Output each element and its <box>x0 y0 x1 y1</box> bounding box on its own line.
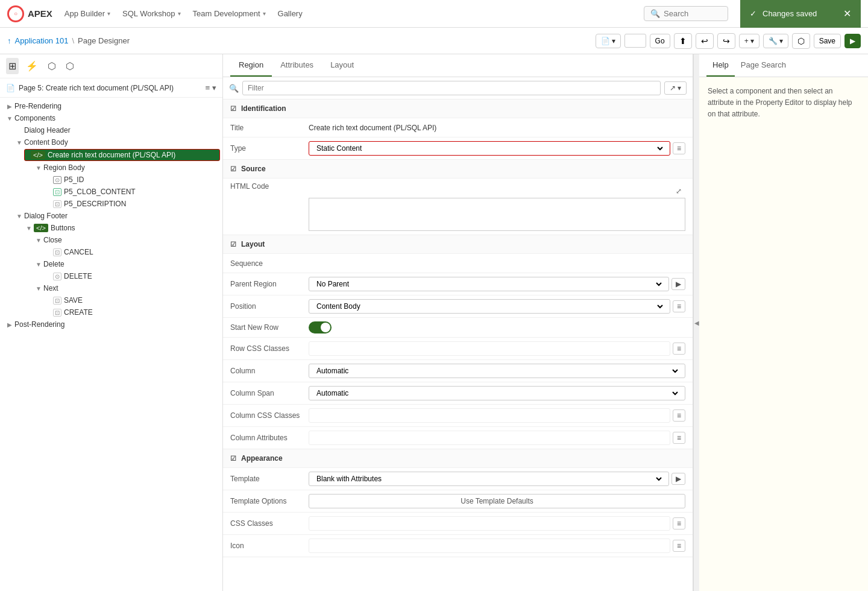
nav-sql-workshop[interactable]: SQL Workshop ▾ <box>122 9 180 18</box>
prop-start-new-row-row: Start New Row <box>223 317 693 337</box>
delete-btn-label: DELETE <box>64 272 92 280</box>
code-tag: </> <box>31 151 45 159</box>
position-list-btn[interactable]: ≡ <box>673 300 685 312</box>
nav-team-dev[interactable]: Team Development ▾ <box>193 9 266 18</box>
tree-item-dialog-footer[interactable]: ▼ Dialog Footer <box>0 210 222 222</box>
wrench-btn[interactable]: 🔧 ▾ <box>763 34 788 48</box>
tree-item-post-rendering[interactable]: ▶ Post-Rendering <box>0 318 222 330</box>
tree-item-delete-btn[interactable]: ⊙ DELETE <box>0 270 222 282</box>
tree-item-region-body[interactable]: ▼ Region Body <box>0 162 222 174</box>
sequence-input[interactable]: 10 <box>309 259 345 268</box>
tab-page-search[interactable]: Page Search <box>735 54 792 77</box>
filter-search-icon: 🔍 <box>229 84 239 93</box>
prop-template-select[interactable]: Blank with Attributes <box>309 472 669 486</box>
collapse-handle[interactable]: ◀ <box>693 54 699 591</box>
css-classes-list-btn[interactable]: ≡ <box>673 517 685 529</box>
add-btn[interactable]: + ▾ <box>739 34 760 48</box>
nav-gallery[interactable]: Gallery <box>278 9 303 18</box>
grid-view-icon[interactable]: ⊞ <box>6 58 19 74</box>
tree-item-buttons[interactable]: ▼ </> Buttons <box>0 222 222 234</box>
column-attrs-list-btn[interactable]: ≡ <box>673 432 685 444</box>
right-help-content: Select a component and then select an at… <box>699 77 868 591</box>
search-input[interactable] <box>664 9 722 18</box>
hamburger-btn[interactable]: ≡ ▾ <box>206 83 216 92</box>
flash-icon[interactable]: ⚡ <box>24 58 40 74</box>
prop-column-span-select[interactable]: Automatic <box>309 386 685 400</box>
prop-column-css-label: Column CSS Classes <box>230 411 309 420</box>
template-dropdown[interactable]: Blank with Attributes <box>314 474 664 484</box>
nav-app-builder[interactable]: App Builder ▾ <box>64 9 110 18</box>
search-box[interactable]: 🔍 <box>644 6 728 21</box>
html-code-textarea[interactable] <box>309 198 685 231</box>
changes-saved-close[interactable]: ✕ <box>843 8 851 19</box>
html-code-expand-btn[interactable]: ⤢ <box>672 185 685 198</box>
tree-item-content-body[interactable]: ▼ Content Body <box>0 136 222 148</box>
prop-column-attrs-row: Column Attributes ≡ <box>223 426 693 449</box>
template-options-btn[interactable]: Use Template Defaults <box>309 494 685 508</box>
new-page-btn[interactable]: 📄 ▾ <box>596 34 621 48</box>
row-css-list-btn[interactable]: ≡ <box>673 343 685 355</box>
prop-icon-row: Icon ≡ <box>223 534 693 557</box>
tree-item-dialog-header[interactable]: Dialog Header <box>0 124 222 136</box>
tab-attributes[interactable]: Attributes <box>272 54 322 77</box>
type-list-btn[interactable]: ≡ <box>673 142 685 154</box>
tree-item-save[interactable]: ⊡ SAVE <box>0 294 222 306</box>
prop-icon-label: Icon <box>230 542 309 550</box>
layout-title: Layout <box>241 240 265 248</box>
post-rendering-label: Post-Rendering <box>14 320 64 329</box>
tree-item-p5-id[interactable]: ⊙ P5_ID <box>0 174 222 186</box>
start-new-row-toggle[interactable] <box>309 321 332 333</box>
tree-item-create-rich[interactable]: </> Create rich text document (PL/SQL AP… <box>24 149 220 161</box>
tree-item-delete-grp[interactable]: ▼ Delete <box>0 258 222 270</box>
filter-input[interactable] <box>242 81 661 95</box>
position-dropdown[interactable]: Content Body <box>314 302 665 311</box>
prop-column-select[interactable]: Automatic <box>309 364 685 378</box>
page-number-input[interactable]: 5 <box>624 34 646 48</box>
identification-check: ☑ <box>230 105 236 113</box>
tree-item-next-grp[interactable]: ▼ Next <box>0 282 222 294</box>
right-tabs: Help Page Search <box>699 54 868 77</box>
tree-item-close[interactable]: ▼ Close <box>0 234 222 246</box>
icon-list-btn[interactable]: ≡ <box>673 540 685 552</box>
tree-item-components[interactable]: ▼ Components <box>0 112 222 124</box>
column-span-dropdown[interactable]: Automatic <box>314 388 680 398</box>
prop-position-select[interactable]: Content Body <box>309 299 670 314</box>
breadcrumb-app-link[interactable]: Application 101 <box>15 36 69 45</box>
tree-item-p5-clob[interactable]: ⊡ P5_CLOB_CONTENT <box>0 186 222 198</box>
go-button[interactable]: Go <box>650 34 670 48</box>
tab-layout[interactable]: Layout <box>322 54 362 77</box>
shared-components-btn[interactable]: ⬡ <box>792 33 810 49</box>
save-button[interactable]: Save <box>814 34 841 48</box>
prop-css-classes-row: CSS Classes ≡ <box>223 512 693 534</box>
components-label: Components <box>14 114 55 122</box>
search-icon: 🔍 <box>650 9 660 18</box>
page-label: 📄 Page 5: Create rich text document (PL/… <box>0 78 222 98</box>
buttons-chevron: ▼ <box>24 225 34 232</box>
redo-btn[interactable]: ↪ <box>717 33 735 49</box>
section-identification: ☑ Identification Title Create rich text … <box>223 100 693 160</box>
prop-row-css-label: Row CSS Classes <box>230 344 309 353</box>
filter-expand-btn[interactable]: ↗ ▾ <box>664 81 687 95</box>
changes-saved-banner: ✓ Changes saved ✕ <box>740 0 861 28</box>
column-dropdown[interactable]: Automatic <box>314 366 680 376</box>
prop-parent-select[interactable]: No Parent <box>309 277 669 291</box>
shared-icon[interactable]: ⬡ <box>45 58 58 74</box>
tree-item-pre-rendering[interactable]: ▶ Pre-Rendering <box>0 100 222 112</box>
tab-region[interactable]: Region <box>230 54 272 77</box>
template-arrow-btn[interactable]: ▶ <box>671 473 685 485</box>
components-icon[interactable]: ⬡ <box>63 58 77 74</box>
type-dropdown[interactable]: Static Content <box>314 144 665 153</box>
parent-region-dropdown[interactable]: No Parent <box>314 279 664 289</box>
tree-item-create[interactable]: ⊡ CREATE <box>0 306 222 318</box>
run-button[interactable]: ▶ <box>844 34 861 48</box>
prop-type-select[interactable]: Static Content <box>309 141 670 156</box>
tree-item-p5-desc[interactable]: ⊡ P5_DESCRIPTION <box>0 198 222 210</box>
tree-item-cancel[interactable]: ⊡ CANCEL <box>0 246 222 258</box>
undo-btn[interactable]: ↩ <box>696 33 714 49</box>
content-body-label: Content Body <box>24 138 68 147</box>
upload-btn[interactable]: ⬆ <box>674 33 692 49</box>
column-css-list-btn[interactable]: ≡ <box>673 409 685 422</box>
new-page-chevron: ▾ <box>612 37 615 45</box>
parent-region-arrow-btn[interactable]: ▶ <box>671 278 685 290</box>
tab-help[interactable]: Help <box>706 54 735 77</box>
